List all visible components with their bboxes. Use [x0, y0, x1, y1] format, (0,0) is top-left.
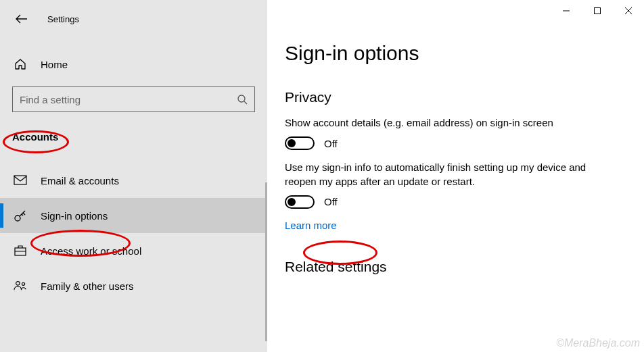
nav-label: Sign-in options: [41, 210, 108, 222]
setting2-toggle[interactable]: [285, 195, 315, 209]
close-icon: [624, 7, 632, 15]
svg-rect-2: [14, 176, 26, 184]
related-heading: Related settings: [285, 259, 628, 275]
back-button[interactable]: [8, 9, 35, 28]
briefcase-icon: [14, 244, 27, 257]
key-icon: [14, 209, 27, 222]
watermark: ©MeraBheja.com: [556, 337, 640, 349]
svg-rect-8: [595, 8, 601, 14]
setting1-state: Off: [324, 138, 338, 149]
learn-more-link[interactable]: Learn more: [285, 220, 337, 231]
section-header: Accounts: [12, 131, 267, 143]
home-label: Home: [41, 59, 68, 70]
nav-label: Access work or school: [41, 245, 141, 257]
maximize-button[interactable]: [582, 0, 613, 22]
search-icon: [237, 94, 248, 105]
nav-access-work[interactable]: Access work or school: [0, 233, 267, 268]
mail-icon: [14, 174, 27, 187]
nav-sign-in-options[interactable]: Sign-in options: [0, 198, 267, 233]
svg-point-3: [15, 216, 20, 221]
svg-point-0: [238, 95, 245, 102]
privacy-heading: Privacy: [285, 89, 628, 105]
search-input[interactable]: [20, 94, 237, 105]
close-button[interactable]: [613, 0, 644, 22]
maximize-icon: [593, 7, 601, 15]
minimize-button[interactable]: [551, 0, 582, 22]
nav-email-accounts[interactable]: Email & accounts: [0, 163, 267, 198]
toggle-knob: [288, 139, 296, 147]
setting1-toggle[interactable]: [285, 136, 315, 150]
svg-point-6: [22, 282, 24, 285]
page-title: Sign-in options: [285, 42, 628, 65]
toggle-knob: [288, 198, 296, 206]
svg-point-5: [16, 282, 20, 285]
setting2-desc: Use my sign-in info to automatically fin…: [285, 161, 596, 188]
back-arrow-icon: [16, 14, 28, 24]
people-icon: [14, 279, 27, 293]
window-title: Settings: [47, 14, 79, 24]
setting2-state: Off: [324, 196, 338, 207]
nav-family-users[interactable]: Family & other users: [0, 268, 267, 303]
nav-label: Family & other users: [41, 280, 134, 292]
setting1-desc: Show account details (e.g. email address…: [285, 116, 596, 130]
search-box[interactable]: [12, 86, 255, 112]
svg-line-1: [244, 101, 247, 104]
home-icon: [14, 58, 27, 70]
nav-label: Email & accounts: [41, 175, 119, 186]
home-nav[interactable]: Home: [0, 51, 267, 77]
minimize-icon: [562, 7, 570, 15]
